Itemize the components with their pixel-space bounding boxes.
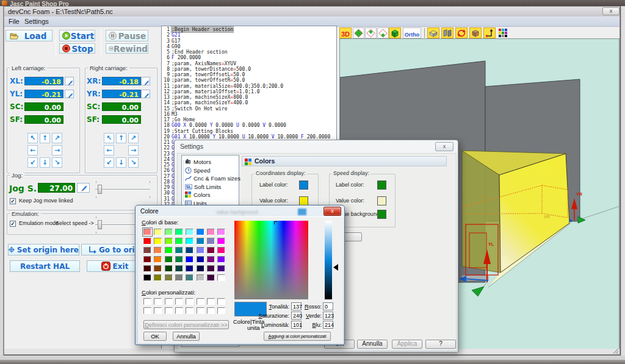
basic-color-swatch[interactable] [143,265,151,272]
custom-color-swatch[interactable] [197,307,204,314]
custom-color-swatch[interactable] [154,298,162,305]
red-field[interactable]: 0 [323,302,333,310]
settings-tree-item-cnc-foam-sizes[interactable]: Cnc & Foam sizes [185,174,240,182]
custom-color-swatch[interactable] [154,307,162,314]
basic-color-swatch[interactable] [143,238,151,244]
basic-color-swatch[interactable] [154,256,162,263]
jog-slider-track[interactable] [95,189,150,190]
gcode-line[interactable]: 4G90 [162,44,336,49]
rotate-view-button[interactable] [455,27,468,38]
rewind-button[interactable]: Rewind [106,43,148,54]
ortho-button[interactable]: Ortho [403,27,421,38]
basic-color-swatch[interactable] [186,247,193,254]
gcode-line[interactable]: 3G17 [162,38,336,44]
gcode-line[interactable]: 1;Begin Header section [162,27,336,32]
custom-color-swatch[interactable] [175,298,183,305]
gcode-line[interactable]: 7;param, AxisNames=XYUV [162,61,336,66]
show-cut-button[interactable] [469,27,482,38]
gcode-line[interactable]: 16M3 [162,112,336,117]
gcode-line[interactable]: 20G01 X 10.0000 Y 10.0000 U 10.0000 V 10… [162,134,336,140]
basic-color-swatch[interactable] [175,265,183,272]
custom-color-swatch[interactable] [186,307,193,314]
jog-arrow-button[interactable]: ↖ [27,133,38,143]
custom-color-swatch[interactable] [175,307,183,314]
right-carriage-edit-button[interactable] [141,90,150,98]
settings-tree-item-motors[interactable]: Motors [185,158,211,166]
custom-color-swatch[interactable] [207,298,215,305]
jog-speed-edit-button[interactable] [77,183,90,193]
basic-color-swatch[interactable] [154,229,162,235]
settings-help-button[interactable]: ? [425,340,456,349]
basic-color-swatch[interactable] [154,238,162,244]
set-origin-button[interactable]: Set origin here [8,244,79,255]
basic-color-swatch[interactable] [197,265,204,272]
jog-arrow-button[interactable]: ↗ [128,133,139,143]
basic-color-swatch[interactable] [197,238,204,244]
basic-color-swatch[interactable] [207,274,215,281]
custom-color-swatch[interactable] [217,298,225,305]
basic-color-swatch[interactable] [207,256,215,263]
basic-color-swatch[interactable] [197,229,204,235]
basic-color-swatch[interactable] [165,256,173,263]
view-front-button[interactable] [353,27,364,38]
hue-saturation-field[interactable] [234,221,308,299]
gcode-line[interactable]: 6F 200.0000 [162,55,336,60]
basic-color-swatch[interactable] [143,256,151,263]
jog-arrow-button[interactable]: ↘ [128,157,139,168]
left-carriage-edit-button[interactable] [65,90,74,98]
basic-color-swatch[interactable] [217,238,225,244]
add-custom-color-button[interactable]: Aggiungi ai colori personalizzati [264,332,331,341]
gcode-line[interactable]: 5;End Header section [162,49,336,55]
speed-value-bg-swatch[interactable] [377,210,386,219]
jog-arrow-button[interactable]: ↗ [52,133,62,143]
basic-color-swatch[interactable] [217,265,225,272]
basic-color-swatch[interactable] [217,256,225,263]
basic-color-swatch[interactable] [197,256,204,263]
jog-arrow-button[interactable]: ↖ [104,133,114,143]
gcode-line[interactable]: 12;param, materialOffset=1.0;1.0 [162,89,336,95]
gcode-line[interactable]: 18G00 X 0.0000 Y 0.0000 U 0.0000 V 0.000… [162,123,336,128]
jog-arrow-button[interactable]: ↙ [104,157,114,168]
coord-value-color-swatch[interactable] [299,196,308,205]
show-foam-button[interactable] [427,27,439,38]
basic-color-swatch[interactable] [154,247,162,254]
jog-arrow-button[interactable]: ← [27,145,38,155]
basic-color-swatch[interactable] [175,274,183,281]
speed-label-color-swatch[interactable] [377,180,386,190]
green-field[interactable]: 123 [323,312,333,319]
basic-color-swatch[interactable] [207,247,215,254]
settings-close-button[interactable]: x [435,142,453,151]
start-button[interactable]: Start [59,30,95,41]
palette-button[interactable] [498,28,508,38]
emulation-mode-checkbox[interactable]: ✓ [10,221,16,227]
basic-color-swatch[interactable] [143,247,151,254]
jog-arrow-button[interactable]: ↑ [40,133,50,143]
jog-arrow-button[interactable]: → [128,145,139,155]
basic-color-swatch[interactable] [143,274,151,281]
jog-arrow-button[interactable]: ← [104,145,114,155]
view-3d-button[interactable]: 3D [339,27,352,38]
define-custom-colors-button[interactable]: Definisci colori personalizzati >> [143,320,229,329]
app-close-button[interactable]: x [602,7,620,15]
basic-color-swatch[interactable] [175,238,183,244]
basic-color-swatch[interactable] [207,265,215,272]
basic-color-swatch[interactable] [186,229,193,235]
settings-tree-item-speed[interactable]: Speed [185,166,210,174]
color-cancel-button[interactable]: Annulla [173,332,200,341]
settings-tree-item-colors[interactable]: Colors [185,191,210,199]
basic-color-swatch[interactable] [165,238,173,244]
view-side-button[interactable] [377,27,389,38]
settings-tree-item-soft-limits[interactable]: SLSoft Limits [185,183,221,191]
reset-origin-view-button[interactable] [483,27,496,38]
custom-color-swatch[interactable] [165,307,173,314]
color-ok-button[interactable]: OK [143,332,167,341]
gcode-line[interactable]: 2G21 [162,32,336,38]
custom-color-swatch[interactable] [165,298,173,305]
basic-color-swatch[interactable] [186,256,193,263]
basic-color-swatch[interactable] [165,274,173,281]
custom-color-swatch[interactable] [186,298,193,305]
view-top-button[interactable] [365,27,377,38]
menu-file[interactable]: File [9,18,20,25]
gcode-line[interactable]: 15;Switch On Hot wire [162,106,336,112]
basic-color-swatch[interactable] [165,265,173,272]
